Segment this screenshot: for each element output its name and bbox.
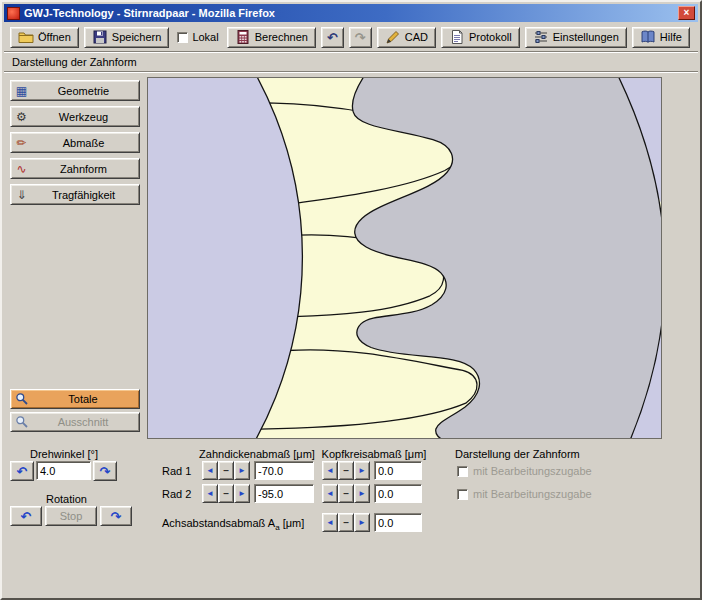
rotate-ccw-step-button[interactable]: ↶ [10,461,34,481]
gear-icon: ⚙ [13,108,30,125]
gear-mesh-drawing [148,78,661,438]
gear-tooth-form-canvas [147,77,662,439]
dash-icon: – [343,517,349,528]
undo-button[interactable]: ↶ [321,27,344,48]
save-button[interactable]: Speichern [84,27,170,48]
dash-icon: – [223,465,229,476]
protocol-button[interactable]: Protokoll [441,27,520,48]
left-arrow-icon: ◄ [326,518,334,527]
open-button[interactable]: Öffnen [10,27,79,48]
sidebar-item-werkzeug[interactable]: ⚙ Werkzeug [10,106,140,127]
title-bar[interactable]: GWJ-Technology - Stirnradpaar - Mozilla … [4,4,698,22]
app-icon [7,7,20,20]
achsabstand-drag-button[interactable]: – [338,513,354,532]
dash-icon: – [343,488,349,499]
right-arrow-icon: ► [358,466,366,475]
pencil-icon: ✏ [13,134,30,151]
dash-icon: – [343,465,349,476]
left-arrow-icon: ◄ [326,466,334,475]
left-arrow-icon: ◄ [206,466,214,475]
rotate-cw-step-button[interactable]: ↷ [93,461,117,481]
protocol-label: Protokoll [469,31,512,43]
rad1-kopfkreis-spinner: ◄ – ► [322,461,370,480]
undo-icon: ↶ [327,30,338,45]
rad2-kopfkreis-spinner: ◄ – ► [322,484,370,503]
calculator-icon [235,29,251,45]
drehwinkel-input[interactable] [36,461,91,480]
application-window: GWJ-Technology - Stirnradpaar - Mozilla … [0,0,702,600]
drehwinkel-label: Drehwinkel [°] [30,448,98,460]
option-bearbeitungszugabe-1: mit Bearbeitungszugabe [457,465,592,477]
rad1-kopfkreis-decrease-button[interactable]: ◄ [322,461,338,480]
rad2-kopfkreis-drag-button[interactable]: – [338,484,354,503]
sidebar-item-label: Tragfähigkeit [30,189,137,201]
redo-icon: ↷ [355,30,366,45]
rad1-zahndicke-drag-button[interactable]: – [218,461,234,480]
close-button[interactable]: × [678,6,695,20]
rotate-ccw-icon: ↶ [17,465,28,478]
local-checkbox[interactable] [177,32,188,43]
pencil-icon [385,29,401,45]
ausschnitt-button[interactable]: Ausschnitt [10,412,140,432]
achsabstand-input[interactable] [374,513,422,532]
sidebar-item-abmasse[interactable]: ✏ Abmaße [10,132,140,153]
grid-icon: ▦ [13,82,30,99]
rad2-zahndicke-drag-button[interactable]: – [218,484,234,503]
cad-button[interactable]: CAD [377,27,436,48]
calculate-button[interactable]: Berechnen [227,27,316,48]
rad2-kopfkreis-input[interactable] [374,484,422,503]
rotation-ccw-button[interactable]: ↶ [10,506,42,526]
settings-button[interactable]: Einstellungen [525,27,627,48]
book-icon [640,29,656,45]
rotate-ccw-icon: ↶ [21,510,32,523]
dash-icon: – [223,488,229,499]
disk-icon [92,29,108,45]
right-arrow-icon: ► [358,489,366,498]
rad1-kopfkreis-input[interactable] [374,461,422,480]
rad1-kopfkreis-drag-button[interactable]: – [338,461,354,480]
rotate-cw-icon: ↷ [100,465,111,478]
rad2-label: Rad 2 [162,488,191,500]
right-arrow-icon: ► [238,489,246,498]
totale-button[interactable]: Totale [10,389,140,409]
sidebar-item-geometrie[interactable]: ▦ Geometrie [10,80,140,101]
bearbeitungszugabe-checkbox-2[interactable] [457,489,468,500]
display-options-header: Darstellung der Zahnform [455,448,580,460]
help-button[interactable]: Hilfe [632,27,690,48]
rad1-zahndicke-decrease-button[interactable]: ◄ [202,461,218,480]
load-arrow-icon: ⇓ [13,186,30,203]
section-title: Darstellung der Zahnform [12,56,137,68]
rad2-zahndicke-input[interactable] [254,484,314,503]
document-icon [449,29,465,45]
rotation-cw-button[interactable]: ↷ [100,506,132,526]
rad1-kopfkreis-increase-button[interactable]: ► [354,461,370,480]
achsabstand-label-main: Achsabstandsabmaß A [162,517,275,529]
rad2-zahndicke-increase-button[interactable]: ► [234,484,250,503]
magnifier-icon [15,415,29,429]
rad2-kopfkreis-decrease-button[interactable]: ◄ [322,484,338,503]
rad2-zahndicke-decrease-button[interactable]: ◄ [202,484,218,503]
bearbeitungszugabe-checkbox-1[interactable] [457,466,468,477]
sidebar-item-label: Werkzeug [30,111,137,123]
rad1-zahndicke-input[interactable] [254,461,314,480]
achsabstand-increase-button[interactable]: ► [354,513,370,532]
local-option: Lokal [174,31,221,43]
rad1-zahndicke-spinner: ◄ – ► [202,461,250,480]
zahndicken-header: Zahndickenabmaß [μm] [177,448,337,460]
totale-label: Totale [31,393,135,405]
sidebar-item-tragfaehigkeit[interactable]: ⇓ Tragfähigkeit [10,184,140,205]
rad2-kopfkreis-increase-button[interactable]: ► [354,484,370,503]
rotation-stop-button[interactable]: Stop [45,506,97,526]
rad1-zahndicke-increase-button[interactable]: ► [234,461,250,480]
achsabstand-spinner: ◄ – ► [322,513,370,532]
calculate-label: Berechnen [255,31,308,43]
help-label: Hilfe [660,31,682,43]
option-bearbeitungszugabe-2: mit Bearbeitungszugabe [457,488,592,500]
right-arrow-icon: ► [238,466,246,475]
achsabstand-decrease-button[interactable]: ◄ [322,513,338,532]
left-arrow-icon: ◄ [206,489,214,498]
save-label: Speichern [112,31,162,43]
sidebar-item-zahnform[interactable]: ∿ Zahnform [10,158,140,179]
kopfkreis-header: Kopfkreisabmaß [μm] [320,448,428,460]
redo-button[interactable]: ↷ [349,27,372,48]
